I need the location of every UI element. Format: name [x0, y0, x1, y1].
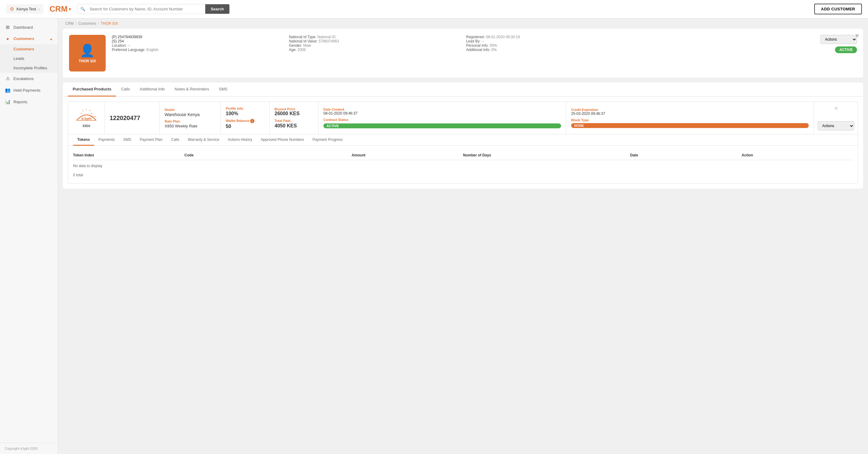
sidebar-sub-item-leads[interactable]: Leads	[0, 54, 58, 63]
product-actions-dropdown[interactable]: Actions	[817, 121, 854, 130]
profile-close-button[interactable]: ✕	[855, 32, 860, 39]
col-code: Code	[184, 153, 351, 157]
tab-notes-reminders[interactable]: Notes & Reminders	[170, 83, 214, 96]
sidebar-label-reports: Reports	[13, 100, 28, 104]
wallet-balance-value: 50	[226, 124, 265, 129]
rate-plan-label: Rate Plan	[165, 119, 216, 123]
product-tab-approved-phones[interactable]: Approved Phone Numbers	[256, 134, 308, 146]
registered-row: Registered: 08-01-2020 09:30:19 Lead By:…	[466, 35, 637, 52]
customers-icon: ●	[5, 36, 10, 41]
tab-additional-info[interactable]: Additional Info	[135, 83, 169, 96]
breadcrumb-customers[interactable]: Customers	[79, 21, 96, 26]
product-buyout-cell: Buyout Price 26000 KES Total Paid 4050 K…	[270, 102, 318, 134]
product-model: X850	[83, 124, 90, 128]
search-container: 🔍 Search	[77, 4, 230, 14]
block-type-badge: NONE	[571, 123, 809, 128]
wallet-balance-row: Wallet Balance i 50	[226, 119, 265, 129]
sidebar-nav: ⊞ Dashboard ● Customers ▲ Customers Lead…	[0, 18, 58, 443]
product-tab-payment-progress[interactable]: Payment Progress	[308, 134, 347, 146]
contract-status-badge: ACTIVE	[323, 123, 561, 128]
breadcrumb-crm[interactable]: CRM	[65, 21, 73, 26]
info-icon: i	[250, 119, 254, 123]
breadcrumb: CRM / Customers / THOR SIX	[58, 18, 868, 29]
credit-expiration-wrap: Credit Expiration 25-03-2020 09:46:37	[571, 108, 809, 116]
wallet-balance-label: Wallet Balance i	[226, 119, 265, 123]
search-input[interactable]	[88, 4, 205, 14]
sidebar-sub-item-incomplete[interactable]: Incomplete Profiles	[0, 63, 58, 73]
tab-calls[interactable]: Calls	[116, 83, 135, 96]
content-area: CRM / Customers / THOR SIX 👤 THOR SIX (P…	[58, 18, 868, 454]
customer-name: THOR SIX	[79, 59, 96, 63]
escalations-icon: ⚠	[5, 76, 10, 81]
total-paid-wrap: Total Paid 4050 KES	[275, 119, 313, 129]
block-type-wrap: Block Type NONE	[571, 118, 809, 128]
dropdown-icon[interactable]: ▾	[69, 7, 71, 11]
product-tab-warranty[interactable]: Warranty & Service	[184, 134, 223, 146]
total-paid-label: Total Paid	[275, 119, 313, 122]
product-actions-cell: ✕ Actions	[814, 102, 858, 134]
col-token-index: Token Index	[73, 153, 184, 157]
top-header: ⚙ Kenya Test › CRM ▾ 🔍 Search ADD CUSTOM…	[0, 0, 868, 18]
secondary-phone-label: (S) 254	[112, 39, 283, 43]
block-type-label: Block Type	[571, 118, 809, 122]
sidebar-label-escalations: Escalations	[13, 77, 34, 81]
search-button[interactable]: Search	[205, 4, 229, 14]
tab-purchased-products[interactable]: Purchased Products	[68, 83, 116, 96]
token-table-header: Token Index Code Amount Number of Days D…	[73, 151, 853, 160]
add-customer-button[interactable]: ADD CUSTOMER	[814, 4, 862, 14]
svg-line-6	[91, 113, 92, 114]
col-number-of-days: Number of Days	[463, 153, 630, 157]
col-amount: Amount	[351, 153, 463, 157]
sidebar-item-customers[interactable]: ● Customers ▲	[0, 33, 58, 44]
actions-dropdown[interactable]: Actions	[820, 35, 857, 44]
no-data-message: No data to display	[73, 160, 853, 172]
sidebar-item-held-payments[interactable]: 👥 Held Payments	[0, 84, 58, 96]
sidebar-sub-item-customers[interactable]: Customers	[0, 44, 58, 54]
product-tab-calls[interactable]: Calls	[167, 134, 184, 146]
buyout-price-value: 26000 KES	[275, 111, 313, 116]
profile-card: 👤 THOR SIX (P) 254784939839 (S) 254 Loca…	[63, 29, 863, 78]
dashboard-icon: ⊞	[5, 25, 10, 30]
sidebar-item-escalations[interactable]: ⚠ Escalations	[0, 73, 58, 84]
crm-brand: CRM ▾	[50, 4, 71, 14]
contract-status-label: Contract Status	[323, 118, 561, 122]
svg-line-7	[80, 113, 82, 114]
col-date: Date	[630, 153, 742, 157]
credit-expiration-label: Credit Expiration	[571, 108, 809, 112]
customer-avatar: 👤 THOR SIX	[69, 35, 106, 71]
product-card: d.light SOLAR X850	[68, 101, 858, 184]
app-switcher[interactable]: ⚙ Kenya Test ›	[6, 4, 43, 14]
avatar-person-icon: 👤	[80, 43, 95, 58]
sidebar-footer: Copyright d.light 2020	[0, 443, 58, 454]
chevron-right-icon: ›	[38, 7, 40, 11]
product-dealer-cell: Dealer Warehouse Kenya Rate Plan X850 We…	[160, 102, 221, 134]
sidebar-item-dashboard[interactable]: ⊞ Dashboard	[0, 21, 58, 33]
svg-text:SOLAR: SOLAR	[90, 116, 96, 117]
credit-expiration-value: 25-03-2020 09:46:37	[571, 112, 809, 116]
profile-actions: Actions ACTIVE	[820, 35, 857, 53]
product-tab-tokens[interactable]: Tokens	[73, 134, 94, 146]
svg-line-5	[83, 110, 83, 111]
product-logo-cell: d.light SOLAR X850	[68, 102, 105, 134]
profile-info-value: 100%	[226, 111, 265, 116]
product-tab-payment-plan[interactable]: Payment Plan	[135, 134, 167, 146]
product-profile-cell: Profile Info 100% Wallet Balance i 50	[221, 102, 270, 134]
product-tab-actions-history[interactable]: Actions History	[223, 134, 256, 146]
profile-info-label: Profile Info	[226, 107, 265, 110]
product-tabs: Tokens Payments SMS Payment Plan Calls W…	[68, 134, 858, 146]
contract-status-wrap: Contract Status ACTIVE	[323, 118, 561, 128]
sidebar-label-held-payments: Held Payments	[13, 88, 40, 93]
product-id: 122020477	[110, 115, 155, 122]
product-close-button[interactable]: ✕	[834, 105, 838, 111]
date-created-value: 08-01-2020 09:46:37	[323, 111, 561, 116]
main-layout: ⊞ Dashboard ● Customers ▲ Customers Lead…	[0, 18, 868, 454]
total-count: 0 total	[73, 172, 853, 178]
svg-line-4	[89, 110, 90, 111]
breadcrumb-current: THOR SIX	[101, 21, 118, 26]
product-tab-sms[interactable]: SMS	[119, 134, 135, 146]
sidebar-label-customers: Customers	[13, 36, 34, 41]
sidebar-item-reports[interactable]: 📊 Reports	[0, 96, 58, 108]
product-tab-payments[interactable]: Payments	[94, 134, 119, 146]
tab-sms[interactable]: SMS	[214, 83, 232, 96]
svg-text:d.light: d.light	[81, 117, 92, 120]
